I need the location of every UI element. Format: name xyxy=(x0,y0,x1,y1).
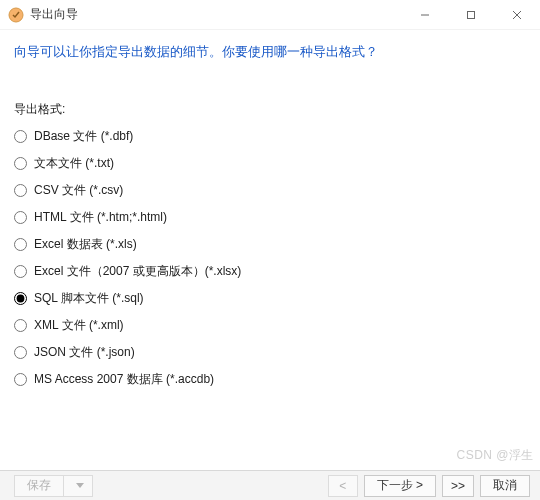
format-radio[interactable] xyxy=(14,238,27,251)
window-title: 导出向导 xyxy=(30,6,78,23)
last-button[interactable]: >> xyxy=(442,475,474,497)
format-radio[interactable] xyxy=(14,184,27,197)
wizard-content: 向导可以让你指定导出数据的细节。你要使用哪一种导出格式？ 导出格式: DBase… xyxy=(0,30,540,470)
format-option[interactable]: XML 文件 (*.xml) xyxy=(14,317,526,334)
format-option-label: SQL 脚本文件 (*.sql) xyxy=(34,290,144,307)
format-options: DBase 文件 (*.dbf)文本文件 (*.txt)CSV 文件 (*.cs… xyxy=(14,128,526,388)
format-option-label: DBase 文件 (*.dbf) xyxy=(34,128,133,145)
format-radio[interactable] xyxy=(14,157,27,170)
svg-rect-2 xyxy=(468,11,475,18)
format-option-label: MS Access 2007 数据库 (*.accdb) xyxy=(34,371,214,388)
format-option-label: HTML 文件 (*.htm;*.html) xyxy=(34,209,167,226)
instruction-text: 向导可以让你指定导出数据的细节。你要使用哪一种导出格式？ xyxy=(14,44,526,61)
close-button[interactable] xyxy=(494,0,540,30)
minimize-button[interactable] xyxy=(402,0,448,30)
format-radio[interactable] xyxy=(14,346,27,359)
format-option[interactable]: HTML 文件 (*.htm;*.html) xyxy=(14,209,526,226)
back-label: < xyxy=(339,479,346,493)
next-label: 下一步 > xyxy=(377,477,423,494)
section-label: 导出格式: xyxy=(14,101,526,118)
format-option[interactable]: MS Access 2007 数据库 (*.accdb) xyxy=(14,371,526,388)
format-option-label: CSV 文件 (*.csv) xyxy=(34,182,123,199)
maximize-button[interactable] xyxy=(448,0,494,30)
format-option-label: 文本文件 (*.txt) xyxy=(34,155,114,172)
last-label: >> xyxy=(451,479,465,493)
format-option-label: Excel 文件（2007 或更高版本）(*.xlsx) xyxy=(34,263,241,280)
format-option[interactable]: Excel 数据表 (*.xls) xyxy=(14,236,526,253)
save-dropdown-button[interactable] xyxy=(63,475,93,497)
format-radio[interactable] xyxy=(14,373,27,386)
format-option[interactable]: DBase 文件 (*.dbf) xyxy=(14,128,526,145)
format-option-label: XML 文件 (*.xml) xyxy=(34,317,124,334)
format-option[interactable]: Excel 文件（2007 或更高版本）(*.xlsx) xyxy=(14,263,526,280)
chevron-down-icon xyxy=(76,483,84,488)
format-radio[interactable] xyxy=(14,265,27,278)
cancel-button[interactable]: 取消 xyxy=(480,475,530,497)
format-option-label: Excel 数据表 (*.xls) xyxy=(34,236,137,253)
next-button[interactable]: 下一步 > xyxy=(364,475,436,497)
titlebar: 导出向导 xyxy=(0,0,540,30)
format-radio[interactable] xyxy=(14,292,27,305)
format-option[interactable]: SQL 脚本文件 (*.sql) xyxy=(14,290,526,307)
format-radio[interactable] xyxy=(14,211,27,224)
save-button[interactable]: 保存 xyxy=(14,475,63,497)
watermark: CSDN @浮生 xyxy=(456,447,534,464)
cancel-label: 取消 xyxy=(493,477,517,494)
save-label: 保存 xyxy=(27,477,51,494)
format-radio[interactable] xyxy=(14,319,27,332)
format-option[interactable]: JSON 文件 (*.json) xyxy=(14,344,526,361)
save-button-group: 保存 xyxy=(14,475,93,497)
app-icon xyxy=(8,7,24,23)
format-option[interactable]: 文本文件 (*.txt) xyxy=(14,155,526,172)
format-option-label: JSON 文件 (*.json) xyxy=(34,344,135,361)
wizard-footer: 保存 < 下一步 > >> 取消 xyxy=(0,470,540,500)
back-button[interactable]: < xyxy=(328,475,358,497)
format-radio[interactable] xyxy=(14,130,27,143)
format-option[interactable]: CSV 文件 (*.csv) xyxy=(14,182,526,199)
